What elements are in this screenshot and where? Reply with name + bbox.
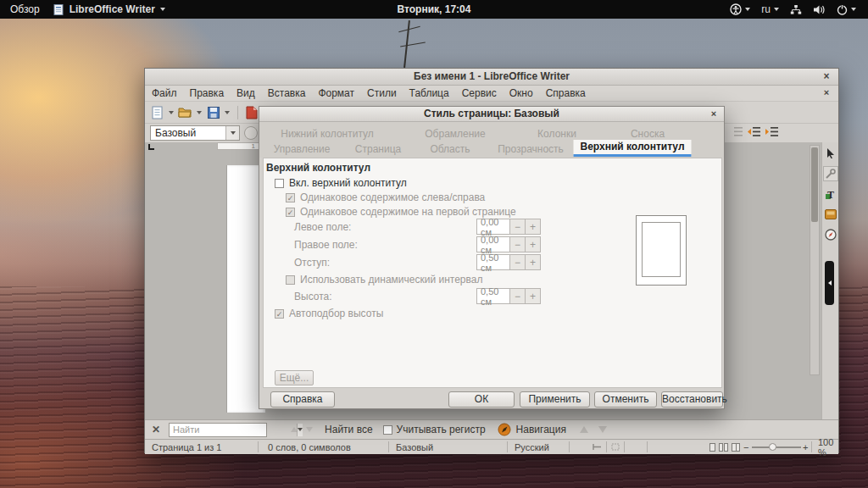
window-close-button[interactable]: × <box>821 69 832 85</box>
app-menu-button[interactable]: LibreOffice Writer <box>53 3 165 15</box>
find-next-button[interactable] <box>306 427 313 432</box>
dialog-close-button[interactable]: × <box>709 107 719 121</box>
autofit-height-checkbox[interactable]: ✓ Автоподбор высоты <box>275 308 383 319</box>
multi-page-view-button[interactable] <box>719 443 728 452</box>
new-document-dropdown[interactable] <box>169 111 174 114</box>
zoom-in-button[interactable]: + <box>803 440 808 454</box>
menu-item-file[interactable]: Файл <box>152 87 177 99</box>
find-history-dropdown[interactable] <box>297 424 303 436</box>
clock[interactable]: Вторник, 17:04 <box>398 3 471 15</box>
menu-item-styles[interactable]: Стили <box>367 87 397 99</box>
tab-footnote[interactable]: Сноска <box>624 127 671 141</box>
match-case-checkbox[interactable] <box>383 425 392 435</box>
power-menu[interactable] <box>837 4 856 15</box>
combo-dropdown-button[interactable] <box>225 126 239 140</box>
sidebar-hide-handle[interactable] <box>825 261 834 305</box>
reset-button[interactable]: Восстановить <box>661 391 723 408</box>
find-all-button[interactable]: Найти все <box>325 424 373 435</box>
menu-item-window[interactable]: Окно <box>509 87 533 99</box>
navigate-next-button[interactable] <box>598 426 607 433</box>
spin-decrease-button[interactable]: − <box>510 254 526 270</box>
spin-increase-button[interactable]: + <box>526 254 541 270</box>
tab-borders[interactable]: Обрамление <box>418 127 492 141</box>
find-close-button[interactable]: ✕ <box>152 424 160 435</box>
update-style-button[interactable] <box>244 126 258 140</box>
vertical-scrollbar[interactable] <box>810 145 820 375</box>
page-number-status[interactable]: Страница 1 из 1 <box>152 440 221 454</box>
menu-item-format[interactable]: Формат <box>318 87 354 99</box>
volume-icon[interactable] <box>813 4 826 15</box>
zoom-slider-track[interactable] <box>752 446 801 448</box>
keyboard-layout-menu[interactable]: ru <box>761 3 779 15</box>
dynamic-spacing-checkbox[interactable]: Использовать динамический интервал <box>286 274 482 286</box>
tab-transparency[interactable]: Прозрачность <box>491 142 570 156</box>
spin-decrease-button[interactable]: − <box>510 288 526 304</box>
menu-item-tools[interactable]: Сервис <box>462 87 497 99</box>
dialog-titlebar[interactable]: Стиль страницы: Базовый × <box>259 107 724 122</box>
menu-item-help[interactable]: Справка <box>546 87 586 99</box>
match-case-option[interactable]: Учитывать регистр <box>383 424 486 435</box>
tab-footer[interactable]: Нижний колонтитул <box>274 127 381 141</box>
sidebar-properties-button[interactable] <box>823 166 838 181</box>
paragraph-style-combo[interactable]: Базовый <box>150 125 240 141</box>
menu-item-view[interactable]: Вид <box>236 87 255 99</box>
sidebar-styles-button[interactable]: T <box>823 186 838 202</box>
find-input[interactable] <box>170 424 297 436</box>
word-count-status[interactable]: 0 слов, 0 символов <box>268 440 351 454</box>
menu-item-insert[interactable]: Вставка <box>268 87 306 99</box>
activities-button[interactable]: Обзор <box>10 3 40 15</box>
tabstop-indicator-icon[interactable] <box>148 144 154 150</box>
menu-item-table[interactable]: Таблица <box>409 87 449 99</box>
network-icon[interactable] <box>790 4 802 15</box>
save-button[interactable] <box>206 105 220 119</box>
header-on-checkbox[interactable]: Вкл. верхний колонтитул <box>275 177 407 189</box>
more-button[interactable]: Ещё... <box>275 370 314 385</box>
overwrite-mode-icon[interactable] <box>593 440 602 454</box>
window-titlebar[interactable]: Без имени 1 - LibreOffice Writer × <box>145 69 838 86</box>
document-close-button[interactable]: × <box>821 86 832 101</box>
open-button[interactable] <box>178 105 192 119</box>
navigation-label[interactable]: Навигация <box>516 424 566 435</box>
zoom-out-button[interactable]: − <box>743 440 748 454</box>
scrollbar-thumb[interactable] <box>811 147 818 222</box>
tab-organizer[interactable]: Управление <box>267 142 337 156</box>
decrease-indent-icon[interactable] <box>747 126 761 137</box>
new-document-button[interactable] <box>150 105 164 119</box>
spacing-value[interactable]: 0,50 см <box>476 254 510 270</box>
menu-item-edit[interactable]: Правка <box>190 87 225 99</box>
tab-area[interactable]: Область <box>423 142 476 156</box>
spin-increase-button[interactable]: + <box>526 288 541 304</box>
left-margin-value[interactable]: 0,00 см <box>476 219 510 235</box>
right-margin-value[interactable]: 0,00 см <box>476 236 510 252</box>
list-bullet-icon-disabled[interactable] <box>730 126 743 137</box>
navigate-previous-button[interactable] <box>580 426 588 433</box>
zoom-level-status[interactable]: 100 % <box>818 440 838 454</box>
apply-button[interactable]: Применить <box>520 391 590 408</box>
ok-button[interactable]: ОК <box>448 391 515 408</box>
sidebar-gallery-button[interactable] <box>823 207 838 222</box>
save-dropdown[interactable] <box>225 111 230 114</box>
export-pdf-button[interactable] <box>244 105 259 119</box>
open-dropdown[interactable] <box>197 111 202 114</box>
cancel-button[interactable]: Отменить <box>594 391 657 408</box>
spin-decrease-button[interactable]: − <box>510 219 526 235</box>
spin-decrease-button[interactable]: − <box>510 236 526 252</box>
spin-increase-button[interactable]: + <box>526 236 541 252</box>
same-content-left-right-checkbox[interactable]: ✓ Одинаковое содержимое слева/справа <box>286 191 485 203</box>
tab-header[interactable]: Верхний колонтитул <box>573 140 691 157</box>
tab-columns[interactable]: Колонки <box>531 127 583 141</box>
zoom-slider-thumb[interactable] <box>769 443 776 451</box>
navigation-compass-icon[interactable] <box>498 423 511 436</box>
tab-page[interactable]: Страница <box>348 142 408 156</box>
height-value[interactable]: 0,50 см <box>476 288 510 304</box>
language-status[interactable]: Русский <box>515 440 549 454</box>
spin-increase-button[interactable]: + <box>526 219 541 235</box>
help-button[interactable]: Справка <box>270 391 335 408</box>
horizontal-ruler[interactable]: 1 <box>217 142 259 150</box>
selection-mode-icon[interactable] <box>611 440 620 454</box>
page-style-status[interactable]: Базовый <box>396 440 433 454</box>
increase-indent-icon[interactable] <box>765 126 779 137</box>
accessibility-menu[interactable] <box>730 3 750 15</box>
single-page-view-button[interactable] <box>709 443 715 452</box>
find-previous-button[interactable] <box>291 427 298 432</box>
